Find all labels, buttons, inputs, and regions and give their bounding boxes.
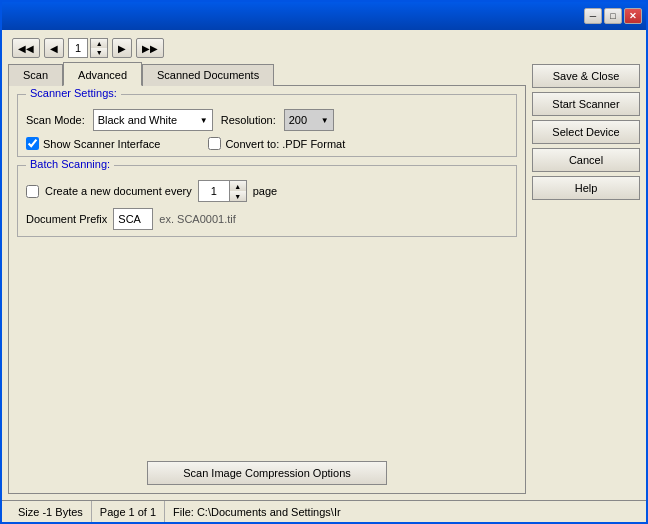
scanner-settings-group: Scanner Settings: Scan Mode: Black and W…	[17, 94, 517, 157]
compression-options-button[interactable]: Scan Image Compression Options	[147, 461, 387, 485]
tab-content: Scanner Settings: Scan Mode: Black and W…	[8, 85, 526, 494]
scan-mode-row: Scan Mode: Black and White Resolution: 2…	[26, 109, 508, 131]
doc-prefix-label: Document Prefix	[26, 213, 107, 225]
create-doc-prefix-text: Create a new document every	[45, 185, 192, 197]
resolution-label: Resolution:	[221, 114, 276, 126]
show-interface-label: Show Scanner Interface	[43, 138, 160, 150]
nav-prev-button[interactable]: ◀	[44, 38, 64, 58]
cancel-button[interactable]: Cancel	[532, 148, 640, 172]
nav-last-button[interactable]: ▶▶	[136, 38, 164, 58]
nav-bar: ◀◀ ◀ 1 ▲ ▼ ▶ ▶▶	[8, 36, 526, 60]
scan-mode-select[interactable]: Black and White	[93, 109, 213, 131]
title-bar: ─ □ ✕	[2, 2, 646, 30]
right-panel: Save & Close Start Scanner Select Device…	[532, 36, 640, 494]
save-close-button[interactable]: Save & Close	[532, 64, 640, 88]
help-button[interactable]: Help	[532, 176, 640, 200]
scan-mode-label: Scan Mode:	[26, 114, 85, 126]
nav-number: 1 ▲ ▼	[68, 38, 108, 58]
nav-first-button[interactable]: ◀◀	[12, 38, 40, 58]
left-panel: ◀◀ ◀ 1 ▲ ▼ ▶ ▶▶ Scan Advanced Scanned Do…	[8, 36, 526, 494]
page-count-value[interactable]: 1	[199, 181, 229, 201]
batch-row: Create a new document every 1 ▲ ▼ page	[26, 180, 508, 202]
nav-spinner: ▲ ▼	[90, 38, 108, 58]
start-scanner-button[interactable]: Start Scanner	[532, 92, 640, 116]
nav-next-button[interactable]: ▶	[112, 38, 132, 58]
status-file: File: C:\Documents and Settings\Ir	[165, 501, 349, 522]
create-doc-checkbox[interactable]	[26, 185, 39, 198]
content-area: ◀◀ ◀ 1 ▲ ▼ ▶ ▶▶ Scan Advanced Scanned Do…	[2, 30, 646, 500]
nav-spin-down-button[interactable]: ▼	[91, 48, 107, 57]
scanner-settings-label: Scanner Settings:	[26, 87, 121, 99]
convert-pdf-label: Convert to: .PDF Format	[225, 138, 345, 150]
window-controls: ─ □ ✕	[584, 8, 642, 24]
status-page: Page 1 of 1	[92, 501, 165, 522]
tab-advanced[interactable]: Advanced	[63, 62, 142, 86]
resolution-value: 200	[289, 114, 307, 126]
page-count-spinner[interactable]: 1 ▲ ▼	[198, 180, 247, 202]
tab-bar: Scan Advanced Scanned Documents	[8, 64, 526, 86]
convert-pdf-checkbox-label[interactable]: Convert to: .PDF Format	[208, 137, 345, 150]
page-count-down-button[interactable]: ▼	[230, 191, 246, 201]
compression-btn-area: Scan Image Compression Options	[17, 453, 517, 485]
close-button[interactable]: ✕	[624, 8, 642, 24]
batch-scanning-group: Batch Scanning: Create a new document ev…	[17, 165, 517, 237]
select-device-button[interactable]: Select Device	[532, 120, 640, 144]
status-bar: Size -1 Bytes Page 1 of 1 File: C:\Docum…	[2, 500, 646, 522]
tab-scan[interactable]: Scan	[8, 64, 63, 86]
create-doc-checkbox-label[interactable]	[26, 185, 39, 198]
nav-current-page: 1	[68, 38, 88, 58]
resolution-select[interactable]: 200	[284, 109, 334, 131]
page-count-arrows: ▲ ▼	[229, 181, 246, 201]
doc-prefix-input[interactable]: SCA	[113, 208, 153, 230]
page-count-up-button[interactable]: ▲	[230, 181, 246, 191]
main-window: ─ □ ✕ ◀◀ ◀ 1 ▲ ▼ ▶ ▶▶	[0, 0, 648, 524]
status-size: Size -1 Bytes	[10, 501, 92, 522]
batch-scanning-label: Batch Scanning:	[26, 158, 114, 170]
show-interface-checkbox[interactable]	[26, 137, 39, 150]
tab-scanned-documents[interactable]: Scanned Documents	[142, 64, 274, 86]
nav-spin-up-button[interactable]: ▲	[91, 39, 107, 48]
prefix-row: Document Prefix SCA ex. SCA0001.tif	[26, 208, 508, 230]
scan-mode-value: Black and White	[98, 114, 177, 126]
minimize-button[interactable]: ─	[584, 8, 602, 24]
example-text: ex. SCA0001.tif	[159, 213, 235, 225]
checkbox-row: Show Scanner Interface Convert to: .PDF …	[26, 137, 508, 150]
page-suffix-text: page	[253, 185, 277, 197]
convert-pdf-checkbox[interactable]	[208, 137, 221, 150]
restore-button[interactable]: □	[604, 8, 622, 24]
show-interface-checkbox-label[interactable]: Show Scanner Interface	[26, 137, 160, 150]
